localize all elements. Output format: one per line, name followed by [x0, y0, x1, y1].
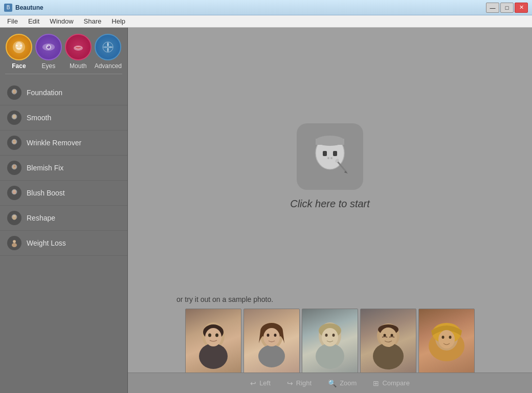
right-arrow-icon: ↪ [287, 379, 293, 387]
svg-point-45 [205, 328, 221, 346]
svg-point-52 [267, 334, 270, 337]
zoom-icon: 🔍 [328, 379, 337, 387]
compare-label: Compare [382, 379, 409, 387]
maximize-button[interactable]: □ [500, 3, 514, 13]
left-label: Left [259, 379, 271, 387]
svg-point-37 [327, 157, 329, 159]
bottom-toolbar: ↩ Left ↪ Right 🔍 Zoom ⊞ Compare [128, 373, 532, 393]
menu-edit[interactable]: Edit [23, 16, 45, 26]
svg-point-69 [438, 330, 455, 348]
mouth-label: Mouth [70, 62, 86, 70]
menu-bar: File Edit Window Share Help [0, 15, 532, 28]
svg-point-64 [384, 334, 386, 336]
minimize-button[interactable]: — [486, 3, 499, 13]
wrinkle-remover-icon [7, 136, 21, 150]
svg-point-58 [325, 334, 328, 337]
svg-point-21 [15, 166, 15, 167]
svg-point-17 [13, 140, 16, 144]
tool-advanced[interactable]: Advanced [95, 34, 122, 70]
sidebar-item-reshape[interactable]: Reshape [0, 206, 127, 231]
tool-face[interactable]: Face [6, 34, 32, 70]
sample-photo-2[interactable] [243, 309, 300, 383]
svg-point-23 [13, 190, 16, 194]
svg-point-65 [391, 334, 393, 336]
app-title: Beautune [15, 4, 43, 11]
menu-file[interactable]: File [2, 16, 23, 26]
sidebar-item-wrinkle-remover[interactable]: Wrinkle Remover [0, 130, 127, 156]
sample-photo-3[interactable] [302, 309, 358, 383]
svg-point-31 [13, 241, 15, 243]
toolbar-compare[interactable]: ⊞ Compare [373, 379, 409, 387]
menu-help[interactable]: Help [106, 16, 130, 26]
main-content: Click here to start or try it out on a s… [128, 28, 532, 393]
photo-3-placeholder [302, 309, 358, 382]
svg-point-57 [322, 328, 338, 346]
wrinkle-remover-label: Wrinkle Remover [27, 139, 81, 147]
left-arrow-icon: ↩ [250, 379, 256, 387]
zoom-label: Zoom [340, 379, 357, 387]
beautune-mascot [309, 134, 350, 180]
menu-share[interactable]: Share [79, 16, 107, 26]
svg-point-44 [199, 343, 228, 369]
photo-2-placeholder [244, 309, 299, 382]
sidebar-item-foundation[interactable]: Foundation [0, 80, 127, 105]
eyes-circle [35, 34, 62, 60]
svg-line-39 [338, 162, 346, 172]
svg-point-28 [13, 215, 16, 217]
app-body: Face Eyes [0, 28, 532, 393]
svg-rect-36 [333, 151, 337, 156]
sample-photo-5[interactable] [418, 309, 475, 383]
weight-loss-icon [7, 236, 21, 250]
svg-point-70 [442, 336, 445, 339]
photo-5-placeholder [419, 309, 474, 382]
tool-mouth[interactable]: Mouth [65, 34, 92, 70]
svg-point-3 [20, 45, 21, 47]
photo-1-placeholder [186, 309, 241, 382]
reshape-label: Reshape [27, 214, 55, 222]
foundation-icon [7, 85, 21, 100]
sample-section: or try it out on a sample photo. [176, 295, 483, 383]
svg-point-71 [449, 336, 452, 339]
face-circle [6, 34, 32, 60]
title-bar-left: B Beautune [4, 4, 43, 12]
svg-point-53 [274, 334, 277, 337]
title-bar-controls: — □ ✕ [486, 3, 528, 13]
sidebar-menu: Foundation Smooth [0, 78, 127, 393]
smooth-label: Smooth [27, 114, 51, 122]
face-label: Face [12, 62, 26, 70]
weight-loss-label: Weight Loss [27, 239, 66, 247]
svg-point-47 [215, 333, 218, 337]
app-icon: B [4, 4, 12, 12]
svg-point-15 [13, 116, 13, 116]
svg-point-25 [15, 192, 16, 193]
svg-point-46 [208, 333, 211, 337]
svg-point-12 [13, 91, 14, 92]
toolbar-left[interactable]: ↩ Left [250, 379, 271, 387]
sidebar-item-weight-loss[interactable]: Weight Loss [0, 231, 127, 256]
mouth-circle [65, 34, 92, 60]
svg-rect-35 [323, 151, 327, 156]
advanced-circle [95, 34, 121, 60]
svg-point-50 [258, 345, 285, 367]
svg-point-7 [47, 46, 48, 47]
blemish-fix-icon [7, 161, 21, 175]
start-area[interactable]: Click here to start [290, 38, 370, 295]
sidebar-item-smooth[interactable]: Smooth [0, 105, 127, 130]
advanced-label: Advanced [95, 62, 122, 70]
tool-icons-row: Face Eyes [0, 28, 127, 74]
title-bar: B Beautune — □ ✕ [0, 0, 532, 15]
toolbar-zoom[interactable]: 🔍 Zoom [328, 379, 357, 387]
sidebar-item-blush-boost[interactable]: Blush Boost [0, 181, 127, 206]
menu-window[interactable]: Window [45, 16, 78, 26]
start-icon [297, 123, 363, 190]
svg-point-11 [13, 90, 16, 94]
svg-point-38 [330, 157, 332, 159]
sample-photo-4[interactable] [360, 309, 416, 383]
toolbar-right[interactable]: ↪ Right [287, 379, 312, 387]
sample-photo-1[interactable] [185, 309, 241, 383]
close-button[interactable]: ✕ [515, 3, 528, 13]
eyes-label: Eyes [42, 62, 56, 70]
tool-eyes[interactable]: Eyes [35, 34, 62, 70]
sidebar-item-blemish-fix[interactable]: Blemish Fix [0, 156, 127, 181]
foundation-label: Foundation [27, 89, 62, 97]
